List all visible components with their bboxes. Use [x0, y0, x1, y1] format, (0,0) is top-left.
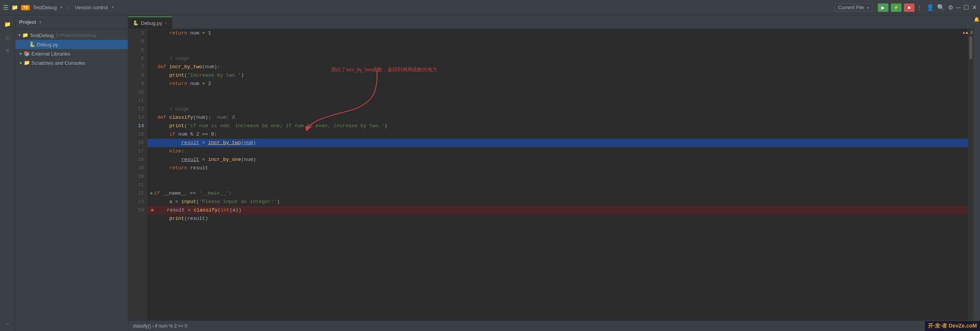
- project-panel: Project ∨ ▼ 📁 TestDebug D:\Project\TestD…: [15, 15, 128, 331]
- minimize-button[interactable]: ─: [956, 4, 960, 11]
- user-icon[interactable]: 👤: [926, 4, 934, 11]
- run-controls: ▶ ⚡ ■ ⋮: [878, 3, 922, 12]
- line-numbers: 3 4 5 6 7 8 9 10 11 12 13 14 15 16 17 18…: [128, 29, 147, 320]
- code-content[interactable]: return num + 1 1 usage def incr_by_t: [147, 29, 968, 320]
- window-controls: 👤 🔍 ⚙ ─ ☐ ✕: [926, 4, 977, 11]
- code-line-22: ● result = classify(int(a)): [147, 206, 968, 215]
- tab-label-debugpy: Debug.py: [141, 20, 162, 26]
- code-line-8: return num + 2: [147, 80, 968, 88]
- current-file-dropdown-icon: ▼: [866, 6, 870, 10]
- breadcrumb: classify() › if num % 2 == 0: [133, 323, 187, 329]
- code-line-10: [147, 97, 968, 105]
- settings-icon[interactable]: ⚙: [948, 4, 953, 11]
- code-line-4: [147, 38, 968, 46]
- tree-label-debugpy: Debug.py: [37, 42, 58, 48]
- right-gutter: ▲ ▲ 2 ^ v: [968, 29, 973, 320]
- code-line-5: [147, 46, 968, 54]
- code-line-16: result = incr_by_one(num): [147, 156, 968, 164]
- folder-icon-testdebug: 📁: [22, 32, 28, 38]
- titlebar-left: ☰ 📁 TD TestDebug ▼ | Version control ▼: [3, 4, 114, 11]
- code-line-9: [147, 88, 968, 97]
- sidebar-extensions-icon[interactable]: ⊞: [2, 44, 13, 56]
- tab-python-icon: 🐍: [133, 20, 139, 26]
- more-actions-icon[interactable]: ⋮: [917, 5, 922, 11]
- tab-bar: 🐍 Debug.py ✕ ⋮: [128, 15, 973, 29]
- tree-item-external-libs[interactable]: ▶ 📚 External Libraries: [15, 49, 128, 58]
- project-header: Project ∨: [15, 15, 128, 29]
- search-icon[interactable]: 🔍: [937, 4, 945, 11]
- tree-arrow-external-libs: ▶: [18, 51, 24, 56]
- scroll-indicator[interactable]: [969, 36, 972, 59]
- close-button[interactable]: ✕: [972, 4, 977, 11]
- current-file-label[interactable]: Current File ▼: [835, 3, 873, 11]
- tree-label-external-libs: External Libraries: [31, 51, 70, 57]
- folder-icon: 📁: [11, 4, 18, 11]
- code-line-18: [147, 172, 968, 181]
- tree-path-testdebug: D:\Project\TestDebug: [56, 33, 96, 38]
- titlebar-separator: |: [67, 5, 70, 10]
- version-control-dropdown-icon: ▼: [112, 6, 114, 10]
- code-line-23: print(result): [147, 215, 968, 223]
- code-line-11: def classify(num): num: 8: [147, 113, 968, 122]
- code-line-14: result = incr_by_two(num): [147, 139, 968, 147]
- debug-button[interactable]: ⚡: [891, 3, 902, 12]
- code-line-11-usage: 1 usage: [147, 105, 968, 113]
- code-line-19: [147, 181, 968, 189]
- code-line-17: return result: [147, 164, 968, 172]
- titlebar: ☰ 📁 TD TestDebug ▼ | Version control ▼ C…: [0, 0, 980, 15]
- tree-label-scratches: Scratches and Consoles: [31, 60, 85, 66]
- breakpoint-22: ●: [150, 207, 154, 213]
- library-icon-external: 📚: [24, 51, 30, 57]
- code-line-6b: def incr_by_two(num):: [147, 63, 968, 71]
- restore-button[interactable]: ☐: [964, 4, 969, 11]
- project-name[interactable]: TestDebug: [33, 5, 57, 10]
- editor-area: 🐍 Debug.py ✕ ⋮ 3 4 5 6 7 8 9 10 11 12 13…: [128, 15, 973, 331]
- project-dropdown-icon: ▼: [60, 6, 62, 10]
- tree-item-scratches[interactable]: ▶ 📁 Scratches and Consoles: [15, 58, 128, 67]
- app-menu-icon[interactable]: ☰: [3, 4, 8, 11]
- sidebar-more-icon[interactable]: ⋯: [2, 318, 13, 329]
- sidebar-structure-icon[interactable]: ◫: [2, 31, 13, 43]
- tab-bar-options[interactable]: ⋮: [962, 23, 973, 29]
- version-control-label[interactable]: Version control: [75, 5, 108, 10]
- project-title: Project: [19, 19, 36, 25]
- sidebar-folder-icon[interactable]: 📁: [2, 18, 13, 30]
- tree-item-debugpy[interactable]: ▶ 🐍 Debug.py: [15, 40, 128, 49]
- right-panel-icons: 🔔 ⚙: [973, 15, 980, 331]
- tab-close-debugpy[interactable]: ✕: [165, 20, 167, 26]
- python-file-icon-debugpy: 🐍: [29, 41, 35, 48]
- project-tree: ▼ 📁 TestDebug D:\Project\TestDebug ▶ 🐍 D…: [15, 29, 128, 331]
- code-line-13: if num % 2 == 0:: [147, 130, 968, 139]
- folder-icon-scratches: 📁: [24, 60, 30, 66]
- main-layout: 📁 ◫ ⊞ ⋯ Project ∨ ▼ 📁 TestDebug D:\Proje…: [0, 15, 980, 331]
- status-bar: classify() › if num % 2 == 0: [128, 320, 973, 331]
- right-icon-notifications[interactable]: 🔔: [972, 15, 980, 24]
- watermark: 开·发·者 DevZe.coM: [925, 321, 980, 331]
- code-line-15: else:: [147, 147, 968, 156]
- titlebar-right: Current File ▼ ▶ ⚡ ■ ⋮ 👤 🔍 ⚙ ─ ☐ ✕: [835, 3, 977, 12]
- run-button[interactable]: ▶: [878, 3, 889, 12]
- tree-item-testdebug[interactable]: ▼ 📁 TestDebug D:\Project\TestDebug: [15, 31, 128, 40]
- code-line-12: print('if num is odd, increase by one; i…: [147, 122, 968, 130]
- code-lines: return num + 1 1 usage def incr_by_t: [147, 29, 968, 231]
- code-line-21: a = input('Please input an integer:'): [147, 198, 968, 206]
- code-editor: 3 4 5 6 7 8 9 10 11 12 13 14 15 16 17 18…: [128, 29, 973, 320]
- code-line-24: [147, 223, 968, 231]
- project-title-dropdown[interactable]: ∨: [39, 20, 42, 25]
- code-line-20: ▶ if __name__ == '__main__':: [147, 189, 968, 198]
- run-marker-20: ▶: [150, 189, 153, 198]
- code-line-7: print('Increase by two.'): [147, 71, 968, 80]
- tree-label-testdebug: TestDebug: [30, 33, 54, 38]
- tree-arrow-scratches: ▶: [18, 61, 24, 65]
- left-sidebar-icons: 📁 ◫ ⊞ ⋯: [0, 15, 15, 331]
- tab-debugpy[interactable]: 🐍 Debug.py ✕: [128, 16, 172, 29]
- code-line-3: return num + 1: [147, 29, 968, 38]
- stop-button[interactable]: ■: [904, 3, 915, 12]
- code-line-6: 1 usage: [147, 54, 968, 63]
- tree-arrow-testdebug: ▼: [17, 33, 22, 38]
- td-badge: TD: [21, 5, 30, 10]
